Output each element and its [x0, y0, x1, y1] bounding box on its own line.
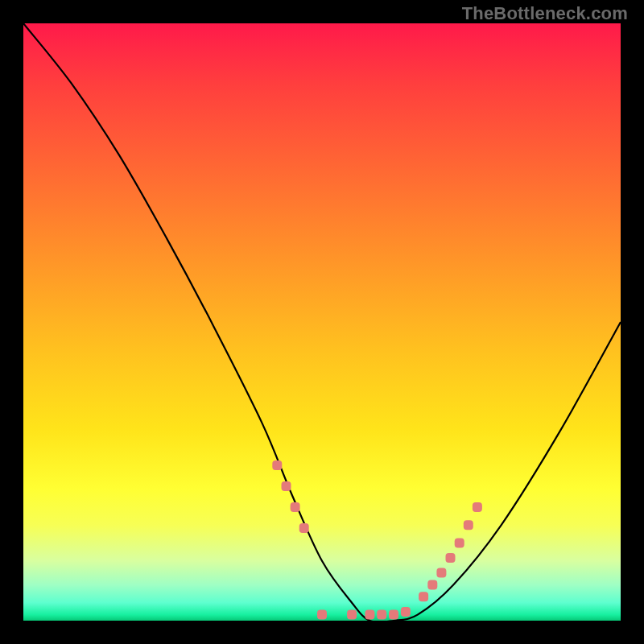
highlight-marker	[317, 610, 327, 620]
highlight-marker	[282, 481, 291, 491]
highlight-marker	[427, 580, 437, 590]
chart-svg	[23, 23, 621, 621]
highlight-marker	[272, 460, 282, 470]
highlight-marker	[455, 539, 464, 548]
highlight-marker	[347, 610, 357, 620]
highlight-marker	[446, 553, 456, 563]
highlight-marker	[389, 610, 398, 620]
highlight-marker	[291, 502, 300, 512]
highlight-marker	[419, 592, 428, 601]
highlight-marker	[401, 607, 411, 617]
attribution-label: TheBottleneck.com	[462, 3, 628, 24]
highlight-marker	[473, 502, 482, 512]
highlight-marker	[377, 610, 386, 620]
highlight-marker	[436, 568, 446, 578]
highlight-marker	[464, 520, 473, 530]
highlight-marker	[299, 523, 309, 533]
highlight-marker	[365, 610, 374, 620]
chart-plot-area	[23, 23, 621, 621]
highlight-marker-group	[272, 460, 482, 620]
bottleneck-curve-line	[23, 23, 621, 621]
